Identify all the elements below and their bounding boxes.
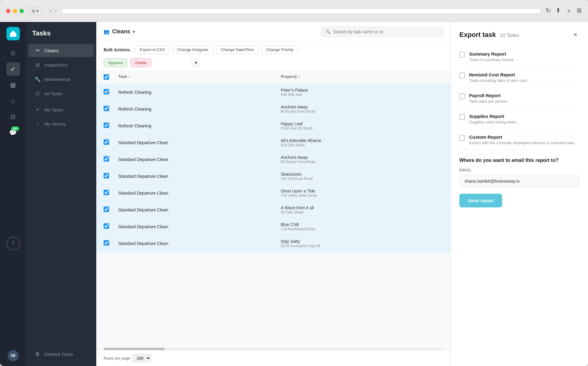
- property-info-9: Stay Salty 8129 Courtyard Loop #9: [281, 239, 443, 248]
- property-address-4: 80 Rocky Point Road: [281, 160, 443, 164]
- back-icon[interactable]: ‹: [50, 8, 52, 14]
- nav-item-inspections[interactable]: ⊞ Inspections: [28, 58, 94, 71]
- url-bar[interactable]: [61, 8, 541, 14]
- nav-item-all-tasks[interactable]: ☑ All Tasks: [28, 87, 94, 100]
- user-avatar[interactable]: SB: [8, 350, 19, 361]
- nav-item-maintenance-label: Maintenance: [44, 77, 71, 82]
- export-count: 10 Tasks: [500, 33, 519, 38]
- sidebar-item-calendar[interactable]: ▦: [6, 78, 20, 92]
- nav-item-my-history[interactable]: ○ My History: [28, 117, 94, 130]
- app-logo: [6, 27, 20, 40]
- table-row: Standard Departure Clean Once Upon a Tid…: [96, 185, 450, 202]
- property-name-9: Stay Salty: [281, 239, 443, 244]
- export-panel: Export task 10 Tasks ✕ Summary Report Ta…: [450, 22, 588, 366]
- task-name-4: Standard Departure Clean: [118, 157, 281, 162]
- sidebar-item-analytics[interactable]: ⊟: [6, 110, 20, 123]
- search-box[interactable]: 🔍: [321, 27, 443, 37]
- custom-report-checkbox[interactable]: [459, 135, 465, 141]
- property-name-6: Once Upon a Tide: [281, 188, 443, 193]
- supplies-report-info: Supplies Report Supplies used during tas…: [469, 114, 518, 124]
- export-title: Export task: [459, 31, 496, 38]
- collapse-sidebar-button[interactable]: ◀: [192, 59, 199, 66]
- email-question: Where do you want to email this report t…: [459, 158, 579, 163]
- sidebar-item-messages[interactable]: 💬 99+: [6, 126, 20, 139]
- sidebar-item-dashboard[interactable]: ⊙: [6, 46, 20, 60]
- row-checkbox-6[interactable]: [104, 190, 109, 195]
- row-checkbox-5[interactable]: [104, 173, 109, 178]
- icon-sidebar: ⊙ ✓ ▦ ⌂ ⊟ 💬 99+ ? SB: [0, 22, 26, 366]
- search-input[interactable]: [333, 29, 439, 34]
- row-checkbox-7[interactable]: [104, 207, 109, 212]
- grid-icon[interactable]: ⊞: [577, 7, 582, 15]
- report-option-summary[interactable]: Summary Report Tasks in summary format.: [459, 46, 579, 67]
- custom-report-title: Custom Report: [469, 134, 574, 140]
- report-option-supplies[interactable]: Supplies Report Supplies used during tas…: [459, 109, 579, 130]
- itemized-report-checkbox[interactable]: [459, 73, 465, 78]
- minimize-traffic-light[interactable]: [13, 9, 17, 13]
- sidebar-item-tasks[interactable]: ✓: [6, 62, 20, 76]
- change-assignee-button[interactable]: Change Assignee: [173, 45, 213, 54]
- close-icon: ✕: [573, 31, 578, 38]
- task-name-2: Refresh Cleaning: [118, 123, 281, 128]
- maximize-traffic-light[interactable]: [20, 9, 24, 13]
- row-checkbox-9[interactable]: [104, 240, 109, 246]
- send-report-button[interactable]: Send report: [459, 194, 502, 207]
- property-name-5: Seaclusion: [281, 172, 443, 177]
- change-priority-button[interactable]: Change Priority: [262, 45, 298, 54]
- approve-button[interactable]: Approve: [104, 58, 127, 67]
- email-field-label: Email: [459, 168, 579, 172]
- sidebar-item-home[interactable]: ⌂: [6, 94, 20, 108]
- itemized-report-title: Itemized Cost Report: [469, 72, 528, 77]
- sidebar-toggle-button[interactable]: ⊟ ▾: [29, 7, 41, 15]
- table-row: Refresh Cleaning Happy Leaf 2158 Hwy 83 …: [96, 118, 450, 134]
- refresh-icon[interactable]: ↻: [546, 7, 551, 15]
- cleans-icon: ✂: [35, 48, 41, 53]
- task-name-3: Standard Departure Clean: [118, 140, 281, 145]
- scrollbar-thumb[interactable]: [104, 348, 165, 350]
- row-checkbox-1[interactable]: [104, 106, 109, 111]
- new-tab-icon[interactable]: ＋: [566, 7, 572, 15]
- property-address-9: 8129 Courtyard Loop #9: [281, 244, 443, 248]
- payroll-report-checkbox[interactable]: [459, 93, 465, 99]
- row-checkbox-3[interactable]: [104, 139, 109, 145]
- delete-button[interactable]: Delete: [130, 58, 151, 67]
- task-name-7: Standard Departure Clean: [118, 207, 281, 212]
- property-address-2: 2158 Hwy 83 South: [281, 126, 443, 130]
- property-address-7: 30 Oak Street: [281, 210, 443, 214]
- report-option-custom[interactable]: Custom Report Export with the currently …: [459, 130, 579, 150]
- summary-report-desc: Tasks in summary format.: [469, 57, 514, 62]
- close-export-button[interactable]: ✕: [571, 31, 579, 39]
- horizontal-scrollbar[interactable]: [104, 348, 443, 350]
- row-checkbox-4[interactable]: [104, 156, 109, 162]
- rows-per-page-select[interactable]: 100 50 25: [133, 354, 151, 362]
- export-csv-button[interactable]: Export to CSV: [135, 45, 170, 54]
- row-checkbox-0[interactable]: [104, 89, 109, 94]
- payroll-report-desc: Task rates per person.: [469, 99, 509, 104]
- help-button[interactable]: ?: [6, 237, 20, 250]
- header-task-col: Task ↕: [118, 74, 281, 81]
- task-name-8: Standard Departure Clean: [118, 224, 281, 229]
- title-dropdown-icon[interactable]: ▾: [133, 29, 135, 34]
- email-input[interactable]: [459, 175, 579, 188]
- nav-item-cleans-label: Cleans: [44, 48, 59, 53]
- nav-item-my-tasks[interactable]: ≡ My Tasks: [28, 103, 94, 116]
- supplies-report-checkbox[interactable]: [459, 114, 465, 120]
- forward-icon[interactable]: ›: [55, 8, 57, 14]
- row-checkbox-2[interactable]: [104, 123, 109, 128]
- select-all-checkbox[interactable]: [104, 74, 109, 80]
- property-name-8: Blue Chill: [281, 222, 443, 227]
- change-datetime-button[interactable]: Change Date/Time: [216, 45, 259, 54]
- nav-item-cleans[interactable]: ✂ Cleans: [28, 44, 94, 57]
- main-content: 👥 Cleans ▾ 🔍 Bulk Actions: Export to CSV…: [96, 22, 450, 366]
- property-address-1: 80 Rocky Point Road: [281, 109, 443, 114]
- summary-report-checkbox[interactable]: [459, 52, 465, 57]
- task-name-1: Refresh Cleaning: [118, 107, 281, 112]
- report-option-payroll[interactable]: Payroll Report Task rates per person.: [459, 88, 579, 109]
- nav-item-deleted-tasks[interactable]: 🗑 Deleted Tasks: [28, 348, 94, 361]
- report-option-itemized[interactable]: Itemized Cost Report Tasks including lab…: [459, 67, 579, 88]
- close-traffic-light[interactable]: [6, 9, 10, 13]
- nav-item-maintenance[interactable]: 🔧 Maintenance: [28, 73, 94, 86]
- row-checkbox-8[interactable]: [104, 223, 109, 229]
- share-icon[interactable]: ⬆: [556, 7, 561, 15]
- rows-per-page-label: Rows per page: [104, 356, 130, 361]
